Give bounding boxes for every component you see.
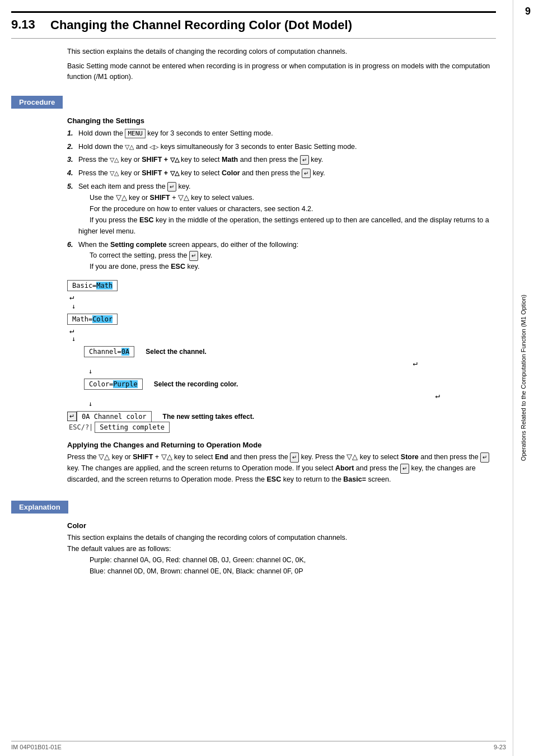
diag-screen2: Setting complete	[95, 422, 170, 433]
step-5-num: 5.	[67, 181, 78, 192]
diag-enter-final: ↵ 0A Channel color The new setting takes…	[67, 411, 254, 422]
step-6: 6. When the Setting complete screen appe…	[67, 240, 496, 273]
diag-down-1: ↓	[72, 302, 496, 310]
diag-down-3: ↓	[88, 367, 496, 375]
step-6-content: When the Setting complete screen appears…	[78, 240, 496, 273]
step-6-sub2: If you are done, press the ESC key.	[90, 263, 199, 270]
diag-final-row: ↵ 0A Channel color The new setting takes…	[67, 411, 496, 433]
diag-channel: Channel=0A Select the channel. ↵ ↓	[84, 346, 496, 375]
enter-sym-final: ↵	[67, 412, 77, 421]
step-5-sub3: If you press the ESC key in the middle o…	[78, 216, 489, 235]
esc-label: ESC/?|	[67, 423, 95, 432]
tri-key-2: ▽△	[125, 143, 134, 150]
color-intro-text: This section explains the details of cha…	[67, 532, 496, 543]
tri-key-4b: ▽△	[170, 170, 179, 176]
enter-arrow-1: ↵	[69, 292, 74, 301]
enter-key-4: ↵	[302, 169, 311, 178]
diag-basic-box: Basic=Math	[67, 280, 118, 291]
procedure-label: Procedure	[11, 96, 63, 109]
diag-enter-2: ↵	[69, 326, 496, 335]
diag-channel-box: Channel=0A	[84, 346, 134, 357]
step-3-num: 3.	[67, 155, 78, 165]
color-defaults-label: The default values are as follows:	[67, 543, 496, 554]
diag-channel-row: Channel=0A Select the channel.	[84, 346, 496, 357]
diagram-area: Basic=Math ↵ ↓ Math=Color ↵ ↓	[67, 280, 496, 433]
step-4-num: 4.	[67, 168, 78, 179]
footer-right: 9-23	[494, 744, 506, 750]
right-sidebar: 9 Operations Related to the Computation …	[513, 0, 534, 756]
step-5-content: Set each item and press the ↵ key. Use t…	[78, 181, 496, 237]
step-2-num: 2.	[67, 142, 78, 152]
step-2-content: Hold down the ▽△ and ◁▷ keys simultaneou…	[78, 142, 496, 152]
diag-final-col: ↵ 0A Channel color The new setting takes…	[67, 411, 254, 433]
diag-basic: Basic=Math ↵ ↓	[67, 280, 496, 310]
diag-final: ↵ 0A Channel color The new setting takes…	[67, 411, 496, 433]
enter-key-3: ↵	[300, 155, 309, 165]
step-6-num: 6.	[67, 240, 78, 250]
enter-applying-3: ↵	[400, 464, 409, 474]
step-5: 5. Set each item and press the ↵ key. Us…	[67, 181, 496, 237]
step-3-content: Press the ▽△ key or SHIFT + ▽△ key to se…	[78, 155, 496, 165]
diag-enter-3-row: ↵	[84, 358, 418, 367]
diag-channel-label: Select the channel.	[146, 348, 207, 356]
diag-down-4: ↓	[88, 400, 496, 408]
diag-color-label: Select the recording color.	[154, 380, 238, 388]
diag-down-2: ↓	[72, 335, 496, 343]
diag-math-box: Math=Color	[67, 314, 118, 325]
applying-text: Press the ▽△ key or SHIFT + ▽△ key to se…	[67, 451, 496, 485]
procedure-label-col: Procedure	[11, 90, 67, 114]
diag-0a-highlight: 0A	[121, 348, 129, 356]
enter-key-6a: ↵	[189, 251, 198, 261]
footer-left: IM 04P01B01-01E	[11, 744, 62, 750]
intro-para-2: Basic Setting mode cannot be entered whe…	[67, 61, 496, 82]
section-header: 9.13 Changing the Channel Recording Colo…	[11, 11, 496, 39]
diag-basic-row: Basic=Math	[67, 280, 496, 291]
explanation-label-col: Explanation	[11, 495, 67, 519]
enter-applying-1: ↵	[290, 452, 299, 463]
diag-enter-4-row: ↵	[84, 391, 440, 400]
step-3: 3. Press the ▽△ key or SHIFT + ▽△ key to…	[67, 155, 496, 165]
diag-screen2-row: ESC/?| Setting complete	[67, 422, 254, 433]
step-1: 1. Hold down the MENU key for 3 seconds …	[67, 128, 496, 139]
intro-para-1: This section explains the details of cha…	[67, 46, 496, 57]
diag-math: Math=Color ↵ ↓	[67, 314, 496, 343]
sidebar-number: 9	[525, 6, 531, 17]
step-4: 4. Press the ▽△ key or SHIFT + ▽△ key to…	[67, 168, 496, 179]
menu-key: MENU	[125, 129, 146, 138]
enter-arrow-2: ↵	[69, 326, 74, 335]
explanation-label: Explanation	[11, 501, 68, 514]
tri-key-3b: ▽△	[170, 156, 179, 163]
changing-settings-heading: Changing the Settings	[67, 116, 496, 125]
footer: IM 04P01B01-01E 9-23	[11, 741, 506, 750]
sidebar-text: Operations Related to the Computation Fu…	[517, 289, 530, 466]
applying-heading: Applying the Changes and Returning to Op…	[67, 441, 496, 449]
step-1-content: Hold down the MENU key for 3 seconds to …	[78, 128, 496, 139]
step-2: 2. Hold down the ▽△ and ◁▷ keys simultan…	[67, 142, 496, 152]
explanation-row: Explanation	[11, 495, 496, 519]
diag-enter-1-row: ↵	[69, 292, 496, 301]
diag-math-row: Math=Color	[67, 314, 496, 325]
diag-purple-highlight: Purple	[113, 380, 137, 388]
color-heading: Color	[67, 521, 496, 530]
tri-key-4: ▽△	[110, 170, 119, 176]
steps-list: 1. Hold down the MENU key for 3 seconds …	[67, 128, 496, 273]
enter-arrow-4: ↵	[435, 391, 440, 400]
color-defaults-2: Blue: channel 0D, 0M, Brown: channel 0E,…	[90, 566, 496, 577]
arrow-key-2: ◁▷	[149, 143, 158, 150]
color-defaults-1: Purple: channel 0A, 0G, Red: channel 0B,…	[90, 554, 496, 566]
step-6-sub1: To correct the setting, press the ↵ key.	[90, 251, 212, 259]
diag-color: Color=Purple Select the recording color.…	[84, 379, 496, 408]
diag-screen1: 0A Channel color	[77, 411, 152, 422]
enter-applying-2: ↵	[480, 452, 489, 463]
section-number: 9.13	[11, 17, 50, 32]
enter-arrow-3: ↵	[413, 358, 418, 367]
procedure-row: Procedure	[11, 90, 496, 114]
step-5-sub2: For the procedure on how to enter values…	[90, 205, 313, 213]
enter-key-5: ↵	[167, 182, 176, 192]
step-1-num: 1.	[67, 128, 78, 139]
section-title: Changing the Channel Recording Color (Do…	[50, 17, 352, 34]
diag-effect-label: The new setting takes effect.	[163, 413, 254, 421]
diag-color-box: Color=Purple	[84, 379, 143, 390]
step-5-sub1: Use the ▽△ key or SHIFT + ▽△ key to sele…	[90, 194, 254, 202]
diag-color-highlight: Color	[92, 315, 113, 323]
